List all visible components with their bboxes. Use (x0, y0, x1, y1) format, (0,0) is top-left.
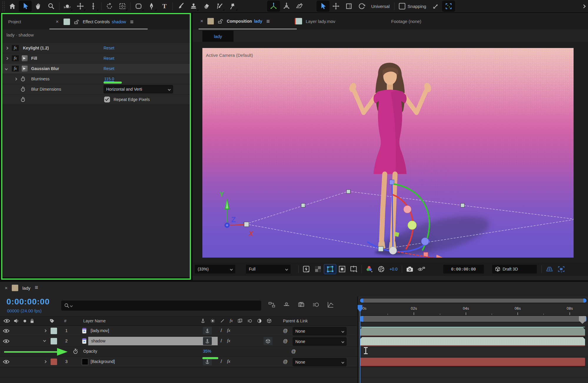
type-tool[interactable]: T (158, 1, 171, 12)
fx-switch[interactable]: fx (227, 328, 230, 333)
viewer-tab-lady[interactable]: lady (202, 31, 234, 42)
collapse-column-icon[interactable] (210, 319, 215, 323)
label-column-icon[interactable] (49, 319, 55, 323)
tab-footage[interactable]: Footage (none) (391, 19, 422, 24)
puppet-pin-tool[interactable] (226, 1, 239, 12)
world-axis-widget[interactable]: Y Z X (219, 190, 254, 237)
active-camera-label[interactable]: Active Camera (Default) (206, 53, 253, 58)
pickwhip-icon[interactable]: @ (283, 328, 288, 334)
choose-grid-guides-button[interactable] (348, 264, 360, 274)
timeline-search-field[interactable] (61, 301, 261, 311)
playhead-line[interactable] (360, 305, 360, 383)
comp-marker-bin[interactable] (579, 316, 586, 324)
brush-tool[interactable] (174, 1, 187, 12)
reset-link[interactable]: Reset (104, 66, 114, 71)
layer-bar-shadow[interactable] (360, 337, 585, 346)
parent-dropdown[interactable]: None (293, 337, 347, 346)
audio-column-icon[interactable] (14, 319, 19, 323)
hand-tool[interactable] (32, 1, 45, 12)
stopwatch-icon[interactable] (73, 349, 78, 354)
fx-switch[interactable]: fx (227, 359, 230, 364)
quality-slash-switch[interactable]: / (221, 359, 222, 364)
quality-switch[interactable] (203, 337, 212, 345)
quality-slash-switch[interactable]: / (221, 328, 222, 333)
selection-tool[interactable] (19, 1, 32, 12)
preview-time-display[interactable]: 0:00:00:00 (443, 265, 484, 273)
blur-dimensions-dropdown[interactable]: Horizontal and Verti (104, 85, 173, 93)
layer-visibility-eye-icon[interactable] (3, 339, 9, 343)
rotation-tool[interactable] (103, 1, 116, 12)
snap-arrow-tool[interactable] (429, 1, 442, 12)
parent-dropdown[interactable]: None (293, 327, 347, 335)
layer-expand-chevron[interactable] (44, 329, 47, 332)
wireframe-vertex-handles[interactable] (244, 190, 464, 226)
tab-layer[interactable]: Layer lady.mov (306, 19, 335, 24)
composition-viewport[interactable]: Y Z X (202, 48, 574, 258)
zoom-tool[interactable] (45, 1, 58, 12)
layer-bar-lady-mov[interactable] (360, 327, 585, 336)
layer-collapse-chevron[interactable] (43, 339, 46, 342)
selected-layer-name-plate[interactable]: shadow (88, 337, 218, 345)
pickwhip-icon[interactable]: @ (283, 359, 288, 364)
3d-layer-switch[interactable] (264, 337, 272, 345)
property-row-blur-dimensions[interactable]: Blur Dimensions Horizontal and Verti (2, 84, 190, 94)
tab-composition[interactable]: Composition (227, 19, 252, 24)
layer-row-2-selected[interactable]: 2 shadow / fx @ None (0, 336, 357, 346)
blurriness-value[interactable]: 115.0 (104, 77, 114, 82)
channel-settings-button[interactable] (364, 264, 375, 274)
property-row-opacity[interactable]: Opacity 35% @ (0, 346, 357, 357)
timeline-h-scrollbar[interactable] (359, 298, 587, 303)
fx-switch[interactable]: fx (227, 338, 230, 343)
eraser-tool[interactable] (200, 1, 213, 12)
panel-menu-icon[interactable]: ≡ (130, 19, 134, 25)
opacity-value[interactable]: 35% (203, 349, 211, 354)
panel-menu-icon[interactable]: ≡ (35, 284, 38, 291)
tab-project[interactable]: Project (8, 19, 21, 24)
reset-link[interactable]: Reset (104, 46, 114, 50)
shape-tool[interactable] (132, 1, 145, 12)
exposure-value[interactable]: +0.0 (389, 267, 398, 271)
work-area-bar[interactable] (359, 315, 587, 322)
parent-dropdown[interactable]: None (293, 358, 347, 366)
roto-brush-tool[interactable] (213, 1, 226, 12)
repeat-edge-checkbox[interactable] (104, 97, 110, 102)
property-row-blurriness[interactable]: Blurriness 115.0 (2, 74, 190, 84)
layer-visibility-eye-icon[interactable] (3, 329, 9, 333)
layer-name-column[interactable]: Layer Name (83, 319, 106, 323)
quality-switch[interactable] (203, 358, 212, 366)
resolution-dropdown[interactable]: Full (246, 265, 291, 273)
take-snapshot-button[interactable] (404, 264, 416, 274)
layer-visibility-eye-icon[interactable] (3, 360, 9, 364)
expand-chevron-icon[interactable] (14, 77, 17, 80)
lock-column-icon[interactable] (30, 319, 34, 323)
fullscreen-brackets-tool[interactable] (442, 1, 455, 12)
eye-column-icon[interactable] (4, 319, 10, 323)
reset-link[interactable]: Reset (104, 56, 114, 61)
motion-blur-column-icon[interactable] (247, 319, 252, 323)
rotate-3d-tool[interactable] (355, 1, 368, 12)
layer-label-swatch[interactable] (51, 359, 57, 365)
shy-layers-icon[interactable] (283, 301, 290, 308)
home-tool[interactable] (6, 1, 19, 12)
panel-menu-icon[interactable]: ≡ (266, 18, 270, 25)
stopwatch-icon[interactable] (21, 76, 25, 82)
clone-stamp-tool[interactable] (187, 1, 200, 12)
layer-row-1[interactable]: 1 [lady.mov] / fx @ None (0, 326, 357, 336)
layer-name[interactable]: [lady.mov] (91, 328, 109, 333)
property-row-repeat-edge[interactable]: Repeat Edge Pixels (2, 94, 190, 105)
layer-label-swatch[interactable] (51, 328, 57, 334)
world-axis-mode[interactable] (280, 1, 293, 12)
lock-open-icon[interactable] (74, 19, 79, 24)
stopwatch-icon[interactable] (21, 97, 25, 102)
pickwhip-icon[interactable]: @ (283, 339, 288, 344)
move-3d-tool[interactable] (329, 1, 342, 12)
composition-flowchart-icon[interactable] (268, 301, 275, 308)
layer-label-swatch[interactable] (51, 338, 57, 344)
solo-column-icon[interactable] (24, 320, 26, 322)
tab-effect-controls[interactable]: Effect Controls (83, 19, 110, 24)
effect-row-gaussian-blur[interactable]: fx Gaussian Blur Reset (2, 64, 190, 74)
pickwhip-icon[interactable]: @ (291, 349, 296, 354)
fast-previews-button[interactable] (300, 264, 312, 274)
snapping-checkbox[interactable] (399, 3, 405, 9)
adjustment-column-icon[interactable] (257, 319, 262, 323)
